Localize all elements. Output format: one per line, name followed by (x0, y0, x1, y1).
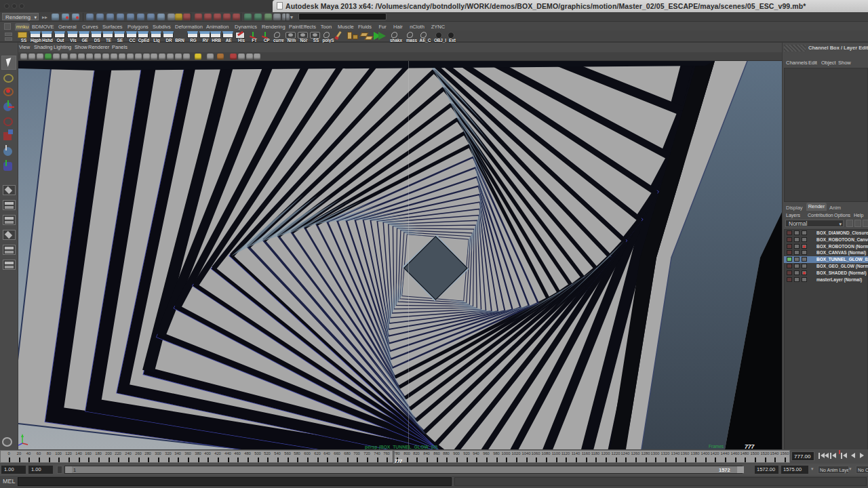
svg-text:persp (BOX_TUNNEL_GLOW_02): persp (BOX_TUNNEL_GLOW_02) (365, 445, 437, 449)
svg-text:Frames: Frames (709, 444, 724, 449)
svg-text:777: 777 (745, 443, 755, 449)
